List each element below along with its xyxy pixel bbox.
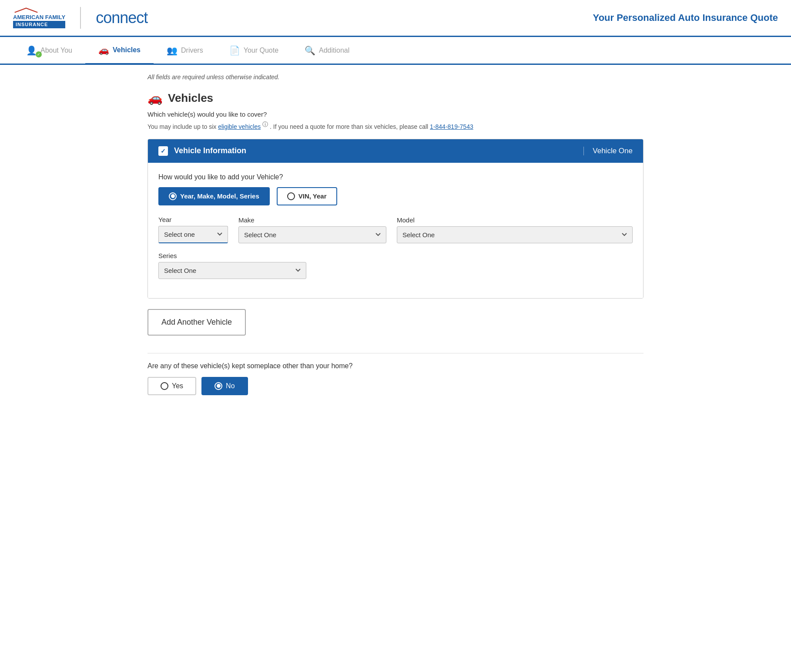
section-description: Which vehicle(s) would you like to cover… <box>147 111 644 118</box>
main-content: All fields are required unless otherwise… <box>134 65 657 413</box>
section-title-text: Vehicles <box>168 91 213 105</box>
no-button[interactable]: No <box>201 377 248 395</box>
note-suffix: . If you need a quote for more than six … <box>270 123 430 130</box>
make-select[interactable]: Select One <box>238 226 386 243</box>
section-car-icon: 🚗 <box>147 91 163 105</box>
logo-divider <box>80 7 81 29</box>
year-select[interactable]: Select one <box>158 226 228 243</box>
no-radio-dot <box>217 384 221 388</box>
section-heading: 🚗 Vehicles <box>147 91 644 105</box>
nav-quote-label: Your Quote <box>244 47 278 54</box>
vehicle-fields-row-1: Year Select one Make Select One Model Se… <box>158 216 633 243</box>
section-note: You may include up to six eligible vehic… <box>147 121 644 130</box>
nav-vehicles-label: Vehicles <box>113 46 141 54</box>
vin-option[interactable]: VIN, Year <box>277 187 337 205</box>
add-another-vehicle-button[interactable]: Add Another Vehicle <box>147 309 246 336</box>
nav-item-additional[interactable]: 🔍 Additional <box>292 37 362 64</box>
make-field-group: Make Select One <box>238 216 386 243</box>
roof-logo-icon <box>13 7 39 13</box>
navigation-bar: 👤 About You ✓ 🚗 Vehicles 👥 Drivers 📄 You… <box>0 37 791 65</box>
kept-elsewhere-answers: Yes No <box>147 377 644 395</box>
nav-item-about-you[interactable]: 👤 About You ✓ <box>13 37 85 64</box>
nav-drivers-label: Drivers <box>181 47 203 54</box>
yes-radio-circle <box>161 382 168 390</box>
required-note: All fields are required unless otherwise… <box>147 74 644 81</box>
ymms-option[interactable]: Year, Make, Model, Series <box>158 187 270 205</box>
logo-box: AMERICAN FAMILY INSURANCE <box>13 7 65 28</box>
year-field-group: Year Select one <box>158 216 228 243</box>
yes-button[interactable]: Yes <box>147 377 196 395</box>
vin-option-label: VIN, Year <box>298 192 327 200</box>
nav-item-vehicles[interactable]: 🚗 Vehicles <box>85 37 154 65</box>
series-label: Series <box>158 252 306 259</box>
nav-item-your-quote[interactable]: 📄 Your Quote <box>216 37 292 64</box>
page-header: AMERICAN FAMILY INSURANCE connect Your P… <box>0 0 791 37</box>
model-field-group: Model Select One <box>397 216 633 243</box>
yes-label: Yes <box>172 382 183 390</box>
no-label: No <box>226 382 235 390</box>
add-method-question: How would you like to add your Vehicle? <box>158 173 633 181</box>
model-label: Model <box>397 216 633 224</box>
nav-item-drivers[interactable]: 👥 Drivers <box>154 37 216 64</box>
nav-about-you-label: About You <box>40 47 72 54</box>
logo-area: AMERICAN FAMILY INSURANCE connect <box>13 7 147 29</box>
vehicle-header-left: ✓ Vehicle Information <box>158 146 246 156</box>
note-prefix: You may include up to six <box>147 123 218 130</box>
page-title: Your Personalized Auto Insurance Quote <box>593 12 778 24</box>
ymms-option-label: Year, Make, Model, Series <box>180 192 259 200</box>
vehicles-icon: 🚗 <box>98 45 109 55</box>
connect-logo-text: connect <box>96 9 147 27</box>
brand-name: AMERICAN FAMILY <box>13 14 65 21</box>
vehicle-info-label: Vehicle Information <box>174 146 246 155</box>
year-label: Year <box>158 216 228 223</box>
vin-radio-circle <box>287 192 295 200</box>
vehicle-card-body: How would you like to add your Vehicle? … <box>148 163 643 298</box>
kept-elsewhere-question: Are any of these vehicle(s) kept somepla… <box>147 362 644 370</box>
vehicle-fields-row-2: Series Select One <box>158 252 633 279</box>
section-divider <box>147 353 644 353</box>
vehicle-card-header: ✓ Vehicle Information Vehicle One <box>148 139 643 163</box>
info-circle-icon: ⓘ <box>262 121 268 128</box>
phone-link[interactable]: 1-844-819-7543 <box>430 123 473 130</box>
eligible-vehicles-link[interactable]: eligible vehicles <box>218 123 261 130</box>
vehicle-card-one: ✓ Vehicle Information Vehicle One How wo… <box>147 139 644 299</box>
additional-icon: 🔍 <box>305 45 315 56</box>
vehicle-checkbox[interactable]: ✓ <box>158 146 168 156</box>
checkbox-check-icon: ✓ <box>161 148 166 155</box>
nav-additional-label: Additional <box>319 47 349 54</box>
about-you-check-icon: ✓ <box>36 51 42 57</box>
no-radio-circle <box>215 382 222 390</box>
make-label: Make <box>238 216 386 224</box>
ymms-radio-dot <box>171 194 175 198</box>
vehicle-one-label: Vehicle One <box>583 147 633 155</box>
series-select[interactable]: Select One <box>158 262 306 279</box>
ymms-radio-circle <box>169 192 177 200</box>
drivers-icon: 👥 <box>167 45 178 56</box>
brand-sub: INSURANCE <box>13 21 65 28</box>
series-field-group: Series Select One <box>158 252 306 279</box>
quote-icon: 📄 <box>229 45 240 56</box>
model-select[interactable]: Select One <box>397 226 633 243</box>
vehicle-method-options: Year, Make, Model, Series VIN, Year <box>158 187 633 205</box>
